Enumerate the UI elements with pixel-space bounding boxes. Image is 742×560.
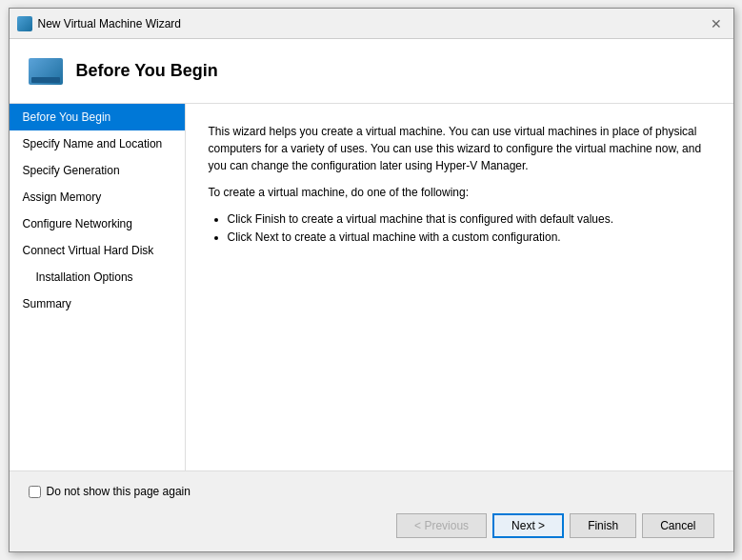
bullet-item-1: Click Finish to create a virtual machine… xyxy=(228,210,711,229)
footer-area: Do not show this page again < Previous N… xyxy=(10,470,733,551)
page-title: Before You Begin xyxy=(76,61,218,81)
sidebar-item-specify-name[interactable]: Specify Name and Location xyxy=(10,130,185,157)
sidebar-item-installation-options[interactable]: Installation Options xyxy=(10,264,185,290)
sidebar: Before You BeginSpecify Name and Locatio… xyxy=(10,104,186,470)
header-section: Before You Begin xyxy=(10,39,733,104)
cancel-button[interactable]: Cancel xyxy=(642,513,713,538)
sidebar-item-before-you-begin[interactable]: Before You Begin xyxy=(10,104,185,130)
header-icon xyxy=(29,58,63,85)
finish-button[interactable]: Finish xyxy=(570,513,636,538)
previous-button[interactable]: < Previous xyxy=(396,513,487,538)
intro-paragraph: This wizard helps you create a virtual m… xyxy=(209,123,711,174)
sidebar-item-specify-generation[interactable]: Specify Generation xyxy=(10,157,185,184)
bullet-item-2: Click Next to create a virtual machine w… xyxy=(228,229,711,247)
sidebar-item-connect-vhd[interactable]: Connect Virtual Hard Disk xyxy=(10,237,185,264)
next-button[interactable]: Next > xyxy=(492,513,564,538)
sidebar-item-summary[interactable]: Summary xyxy=(10,290,185,317)
checkbox-row: Do not show this page again xyxy=(29,481,714,502)
wizard-icon xyxy=(17,16,32,31)
sidebar-item-configure-networking[interactable]: Configure Networking xyxy=(10,210,185,237)
content-area: Before You BeginSpecify Name and Locatio… xyxy=(10,104,733,470)
title-bar: New Virtual Machine Wizard ✕ xyxy=(10,9,733,39)
do-not-show-label[interactable]: Do not show this page again xyxy=(47,485,191,498)
sidebar-item-assign-memory[interactable]: Assign Memory xyxy=(10,184,185,210)
instruction-paragraph: To create a virtual machine, do one of t… xyxy=(209,184,711,201)
main-content: This wizard helps you create a virtual m… xyxy=(186,104,733,470)
do-not-show-checkbox[interactable] xyxy=(29,486,41,498)
bullet-list: Click Finish to create a virtual machine… xyxy=(228,210,711,247)
dialog-window: New Virtual Machine Wizard ✕ Before You … xyxy=(9,8,734,552)
close-button[interactable]: ✕ xyxy=(707,14,726,33)
dialog-title: New Virtual Machine Wizard xyxy=(38,17,182,30)
button-row: < Previous Next > Finish Cancel xyxy=(29,510,714,542)
title-bar-left: New Virtual Machine Wizard xyxy=(17,16,182,31)
